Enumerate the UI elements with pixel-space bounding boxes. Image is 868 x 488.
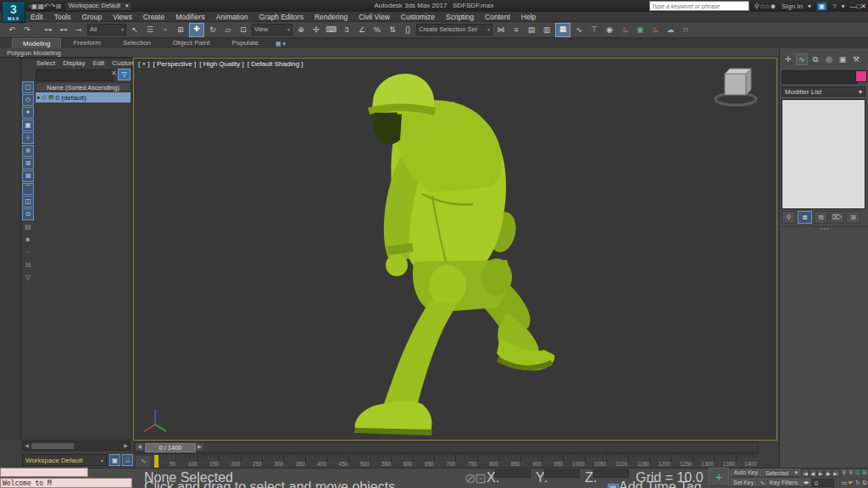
panel-divider[interactable]: • • • xyxy=(780,226,868,231)
perspective-viewport[interactable]: [ + ][ Perspective ][ High Quality ][ De… xyxy=(133,58,777,441)
reference-coordinate-dropdown[interactable]: View▾ xyxy=(252,24,292,36)
scroll-left-icon[interactable]: ◀ xyxy=(23,442,31,450)
menu-item[interactable]: Graph Editors xyxy=(259,13,303,21)
zoom-extents-icon[interactable]: ⊡ xyxy=(854,468,861,477)
align-icon[interactable]: ≡ xyxy=(509,24,523,36)
render-in-cloud-icon[interactable]: ☁ xyxy=(664,24,677,36)
select-and-scale-icon[interactable]: ▱ xyxy=(221,24,235,36)
display-helpers-icon[interactable]: ⊹ xyxy=(22,132,34,144)
tab-hierarchy[interactable]: ⧉ xyxy=(810,53,821,65)
pan-hand-icon[interactable]: ☛ xyxy=(848,478,854,487)
sign-in-button[interactable]: Sign In xyxy=(782,3,803,10)
application-menu-button[interactable]: 3MAX xyxy=(2,1,25,23)
ribbon-panel-bar[interactable]: Polygon Modeling xyxy=(0,48,779,58)
redo-icon[interactable]: ↷ xyxy=(20,24,34,36)
display-shapes-icon[interactable]: ◇ xyxy=(22,94,34,106)
select-by-name-icon[interactable]: ☰ xyxy=(143,24,157,36)
undo-icon[interactable]: ↶ xyxy=(5,24,19,36)
spinner-snap-icon[interactable]: ⇅ xyxy=(386,24,399,36)
viewcube[interactable] xyxy=(710,65,761,109)
edit-named-sets-icon[interactable]: {} xyxy=(401,24,415,36)
go-to-start-button[interactable]: |◀ xyxy=(802,469,809,477)
ribbon-tab[interactable]: Populate xyxy=(221,38,269,48)
explorer-menu-item[interactable]: Display xyxy=(63,59,85,67)
scroll-right-icon[interactable]: ▶ xyxy=(122,442,130,450)
schematic-view-icon[interactable]: ⊤ xyxy=(587,24,601,36)
display-containers-icon[interactable]: ◫ xyxy=(22,196,34,208)
named-selection-sets-dropdown[interactable]: Create Selection Set▾ xyxy=(416,24,492,36)
keyboard-override-icon[interactable]: ⌨ xyxy=(325,24,338,36)
maxscript-mini-listener[interactable] xyxy=(0,468,88,477)
track-bar[interactable]: ∿ 50100150200250300350400450500550600650… xyxy=(134,453,759,468)
sign-in-arrow-icon[interactable]: ▾ xyxy=(808,3,811,10)
modifier-list-dropdown[interactable]: Modifier List▾ xyxy=(782,86,865,97)
menu-item[interactable]: Modifiers xyxy=(175,13,204,21)
menu-item[interactable]: Animation xyxy=(216,13,248,21)
next-key-icon[interactable]: ▶ xyxy=(196,443,203,451)
ribbon-tab[interactable]: Selection xyxy=(113,38,161,48)
add-time-tag[interactable]: Add Time Tag xyxy=(619,480,702,488)
zoom-all-icon[interactable]: ⚲ xyxy=(848,468,854,477)
orbit-icon[interactable]: ↻ xyxy=(854,478,861,487)
save-file-icon[interactable]: ▦ xyxy=(37,3,44,10)
workspace-selector[interactable]: Workspace Default▾ xyxy=(22,454,107,466)
current-frame-marker[interactable] xyxy=(154,455,159,468)
display-space-warps-icon[interactable]: ≋ xyxy=(22,145,34,157)
tab-create[interactable]: ✛ xyxy=(782,53,794,65)
prev-frame-button[interactable]: ◀| xyxy=(810,469,816,477)
collapse-all-icon[interactable]: ⊟ xyxy=(22,259,34,271)
time-slider[interactable]: ◀ 0 / 1400 ▶ xyxy=(134,441,759,452)
select-and-place-icon[interactable]: ⊡ xyxy=(236,24,250,36)
mirror-icon[interactable]: ⋈ xyxy=(494,24,508,36)
x-coordinate-field[interactable] xyxy=(495,469,531,478)
separator[interactable] xyxy=(36,24,40,36)
set-key-button[interactable]: Set Key xyxy=(731,479,756,487)
menu-item[interactable]: Content xyxy=(485,13,510,21)
current-frame-field[interactable]: 0 xyxy=(812,479,834,487)
explorer-horizontal-scrollbar[interactable]: ◀ ▶ xyxy=(22,441,131,451)
select-and-rotate-icon[interactable]: ↻ xyxy=(206,24,220,36)
expand-arrow-icon[interactable]: ▸ xyxy=(37,94,41,101)
rendered-frame-icon[interactable]: ▣ xyxy=(633,24,647,36)
select-and-link-icon[interactable]: ⊶ xyxy=(42,24,55,36)
bind-to-space-warp-icon[interactable]: ⊸ xyxy=(72,24,86,36)
menu-item[interactable]: Edit xyxy=(31,13,43,21)
ribbon-tab[interactable]: Object Paint xyxy=(163,38,220,48)
keyword-search-input[interactable] xyxy=(649,1,749,11)
tab-utilities[interactable]: ⚒ xyxy=(850,53,862,65)
soldier-model[interactable] xyxy=(134,58,776,440)
play-button[interactable]: ▶ xyxy=(817,469,824,477)
workspace-settings-icon[interactable]: ▣ xyxy=(109,454,120,466)
maxscript-listener-line[interactable]: Welcome to M xyxy=(0,478,132,488)
z-coordinate-field[interactable] xyxy=(593,469,629,478)
display-bones-icon[interactable]: ⌒ xyxy=(22,183,34,195)
ribbon-display-toggle-icon[interactable]: ▦ ▾ xyxy=(270,40,291,48)
close-button[interactable]: ✕ xyxy=(860,3,866,10)
toggle-ribbon-icon[interactable]: ▦ xyxy=(555,23,570,37)
explorer-column-header[interactable]: Name (Sorted Ascending) xyxy=(36,82,131,92)
object-color-swatch[interactable] xyxy=(855,70,867,82)
object-name-field[interactable] xyxy=(782,70,858,84)
menu-item[interactable]: Rendering xyxy=(314,13,348,21)
tab-modify[interactable]: ∿ xyxy=(796,53,808,65)
scene-layer-row[interactable]: ▸ ◇ ▤ 0 (default) xyxy=(36,92,131,103)
tab-motion[interactable]: ◎ xyxy=(823,53,835,65)
user-icon[interactable]: ☻ xyxy=(770,3,776,10)
menu-item[interactable]: Civil View xyxy=(359,13,390,21)
help-icon[interactable]: ? xyxy=(832,3,836,10)
show-end-result-icon[interactable]: ≣ xyxy=(798,211,812,224)
zoom-region-icon[interactable]: ▭ xyxy=(841,478,848,487)
menu-item[interactable]: Group xyxy=(82,13,103,21)
display-lights-icon[interactable]: ✦ xyxy=(22,107,34,119)
ribbon-tab[interactable]: Freeform xyxy=(63,38,110,48)
ribbon-tab[interactable]: Modeling xyxy=(12,38,61,48)
select-object-icon[interactable]: ↖ xyxy=(128,24,142,36)
remove-modifier-icon[interactable]: ⌦ xyxy=(830,211,844,224)
absolute-mode-toggle-icon[interactable]: ⊡ xyxy=(475,470,486,486)
use-pivot-center-icon[interactable]: ⊕ xyxy=(294,24,308,36)
zoom-extents-all-icon[interactable]: ⊞ xyxy=(861,468,868,477)
rectangular-selection-icon[interactable]: ▫ xyxy=(159,24,172,36)
selection-filter-dropdown[interactable]: All▾ xyxy=(87,24,126,36)
select-and-move-icon[interactable]: ✚ xyxy=(189,23,204,37)
previous-key-icon[interactable]: ◀ xyxy=(136,443,143,451)
